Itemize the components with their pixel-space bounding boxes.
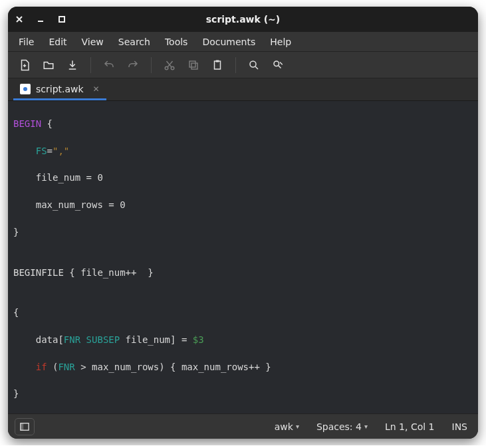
chevron-down-icon: ▾ xyxy=(364,423,368,430)
code-line: } xyxy=(11,225,478,239)
code-line: { xyxy=(11,306,478,319)
file-icon xyxy=(20,84,31,94)
open-file-icon[interactable] xyxy=(40,56,57,74)
code-token xyxy=(80,334,86,345)
menu-documents[interactable]: Documents xyxy=(195,35,262,49)
svg-rect-11 xyxy=(21,423,23,430)
toolbar-separator xyxy=(151,57,152,73)
sidebar-toggle-icon[interactable] xyxy=(15,418,35,435)
lang-selector[interactable]: awk ▾ xyxy=(271,420,303,433)
code-token: ( xyxy=(47,362,59,372)
toolbar-separator xyxy=(235,57,236,73)
cursor-position[interactable]: Ln 1, Col 1 xyxy=(381,420,439,433)
code-token: $3 xyxy=(193,334,204,345)
window-title: script.awk (~) xyxy=(8,14,478,25)
svg-point-9 xyxy=(23,87,27,91)
save-icon[interactable] xyxy=(64,56,81,74)
menu-help[interactable]: Help xyxy=(263,35,298,49)
mode-label: INS xyxy=(452,421,468,432)
code-editor[interactable]: BEGIN { FS="," file_num = 0 max_num_rows… xyxy=(8,101,478,413)
code-token: BEGIN xyxy=(13,118,41,129)
cut-icon[interactable] xyxy=(161,56,178,74)
undo-icon[interactable] xyxy=(100,56,118,74)
new-file-icon[interactable] xyxy=(16,56,33,74)
copy-icon[interactable] xyxy=(185,56,202,74)
spaces-selector[interactable]: Spaces: 4 ▾ xyxy=(312,420,372,433)
toolbar-separator xyxy=(90,57,91,73)
titlebar: script.awk (~) xyxy=(8,7,478,32)
code-line: file_num = 0 xyxy=(11,171,478,184)
menu-view[interactable]: View xyxy=(75,35,110,49)
paste-icon[interactable] xyxy=(209,56,226,74)
code-token: = xyxy=(47,146,53,156)
code-token xyxy=(13,146,36,156)
code-token: { xyxy=(41,118,53,129)
insert-mode[interactable]: INS xyxy=(448,420,472,433)
tab-label: script.awk xyxy=(36,84,84,94)
code-token: FS xyxy=(36,146,47,156)
statusbar: awk ▾ Spaces: 4 ▾ Ln 1, Col 1 INS xyxy=(8,413,478,439)
spaces-label: Spaces: 4 xyxy=(316,421,362,432)
svg-rect-0 xyxy=(59,17,64,22)
code-token: FNR xyxy=(58,362,74,372)
svg-rect-5 xyxy=(215,61,221,69)
close-icon[interactable] xyxy=(15,15,24,24)
code-token: if xyxy=(36,362,47,372)
svg-point-7 xyxy=(250,61,256,67)
tab-script[interactable]: script.awk ✕ xyxy=(13,80,106,100)
replace-icon[interactable] xyxy=(269,56,287,74)
code-token: FNR xyxy=(64,334,80,345)
code-line: BEGINFILE { file_num++ } xyxy=(11,266,478,279)
search-icon[interactable] xyxy=(245,56,263,74)
editor-window: script.awk (~) File Edit View Search Too… xyxy=(8,7,478,439)
lang-label: awk xyxy=(275,421,293,432)
redo-icon[interactable] xyxy=(124,56,142,74)
close-tab-icon[interactable]: ✕ xyxy=(93,84,100,94)
code-token xyxy=(13,362,36,372)
code-token: file_num] = xyxy=(120,334,193,345)
minimize-icon[interactable] xyxy=(36,15,45,24)
code-line: } xyxy=(11,387,478,400)
menu-tools[interactable]: Tools xyxy=(158,35,195,49)
toolbar xyxy=(8,52,478,78)
code-token: data[ xyxy=(13,334,64,345)
menu-file[interactable]: File xyxy=(12,35,41,49)
svg-rect-4 xyxy=(189,61,195,67)
svg-rect-3 xyxy=(191,63,197,69)
position-label: Ln 1, Col 1 xyxy=(385,421,435,432)
menu-edit[interactable]: Edit xyxy=(42,35,73,49)
window-controls xyxy=(15,15,66,24)
maximize-icon[interactable] xyxy=(57,15,66,24)
menubar: File Edit View Search Tools Documents He… xyxy=(8,32,478,52)
code-line: max_num_rows = 0 xyxy=(11,198,478,211)
code-token: "," xyxy=(53,146,69,156)
code-token: SUBSEP xyxy=(86,334,120,345)
svg-rect-6 xyxy=(216,60,219,62)
svg-point-8 xyxy=(274,61,279,66)
chevron-down-icon: ▾ xyxy=(296,423,299,430)
menu-search[interactable]: Search xyxy=(112,35,157,49)
tabbar: script.awk ✕ xyxy=(8,78,478,101)
code-token: > max_num_rows) { max_num_rows++ } xyxy=(75,362,271,372)
